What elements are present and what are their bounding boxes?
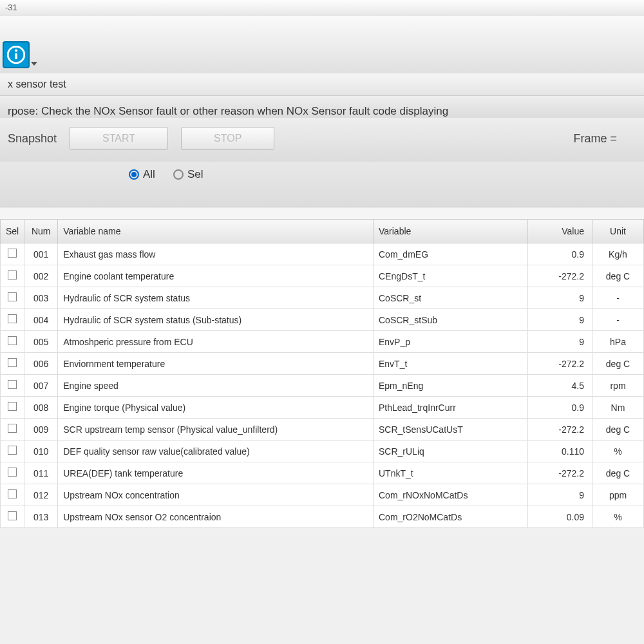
row-checkbox[interactable] (8, 489, 17, 498)
cell-variable: Com_rNOxNoMCatDs (374, 484, 528, 506)
table-row[interactable]: 002Engine coolant temperatureCEngDsT_t-2… (1, 265, 644, 287)
cell-num: 001 (24, 243, 58, 265)
radio-sel[interactable]: Sel (173, 168, 204, 181)
cell-value: -272.2 (528, 419, 592, 440)
cell-num: 003 (24, 287, 58, 309)
cell-num: 002 (24, 265, 58, 287)
cell-variable: Com_dmEG (374, 243, 528, 265)
cell-varname: DEF quality sensor raw value(calibrated … (58, 440, 374, 462)
info-button[interactable] (3, 41, 30, 68)
cell-num: 004 (24, 309, 58, 331)
table-row[interactable]: 005Atmoshperic pressure from ECUEnvP_p9h… (1, 331, 644, 353)
cell-unit: deg C (592, 353, 644, 375)
cell-value: -272.2 (528, 353, 592, 375)
table-row[interactable]: 006Enviornment temperatureEnvT_t-272.2de… (1, 353, 644, 375)
cell-value: 0.9 (528, 243, 592, 265)
cell-variable: CoSCR_st (374, 287, 528, 309)
cell-unit: % (592, 506, 644, 528)
cell-value: 4.5 (528, 375, 592, 397)
cell-variable: EnvP_p (374, 331, 528, 353)
row-checkbox[interactable] (8, 358, 17, 367)
table-row[interactable]: 010DEF quality sensor raw value(calibrat… (1, 440, 644, 462)
cell-num: 011 (24, 462, 58, 484)
start-button[interactable]: START (70, 127, 168, 150)
cell-value: 0.09 (528, 506, 592, 528)
cell-unit: - (592, 309, 644, 331)
cell-unit: rpm (592, 375, 644, 397)
cell-variable: SCR_rULiq (374, 440, 528, 462)
radio-icon (129, 169, 139, 180)
cell-varname: Engine coolant temperature (58, 265, 374, 287)
table-row[interactable]: 009SCR upstream temp sensor (Physical va… (1, 419, 644, 440)
row-checkbox[interactable] (8, 424, 17, 433)
cell-varname: Engine torque (Physical value) (58, 397, 374, 419)
col-header-variable[interactable]: Variable (374, 220, 528, 243)
table-row[interactable]: 011UREA(DEF) tank temperatureUTnkT_t-272… (1, 462, 644, 484)
table-row[interactable]: 013Upstream NOx sensor O2 concentraionCo… (1, 506, 644, 528)
col-header-unit[interactable]: Unit (592, 220, 644, 243)
cell-value: 0.9 (528, 397, 592, 419)
title-text: -31 (5, 3, 17, 12)
row-checkbox[interactable] (8, 402, 17, 411)
row-checkbox[interactable] (8, 446, 17, 455)
cell-variable: SCR_tSensUCatUsT (374, 419, 528, 440)
row-checkbox[interactable] (8, 314, 17, 323)
table-row[interactable]: 008Engine torque (Physical value)PthLead… (1, 397, 644, 419)
col-header-sel[interactable]: Sel (1, 220, 24, 243)
data-table: Sel Num Variable name Variable Value Uni… (0, 219, 644, 528)
data-table-container: Sel Num Variable name Variable Value Uni… (0, 219, 644, 528)
cell-value: -272.2 (528, 462, 592, 484)
cell-unit: deg C (592, 419, 644, 440)
cell-varname: Hydraulic of SCR system status (Sub-stat… (58, 309, 374, 331)
row-checkbox[interactable] (8, 468, 17, 477)
cell-num: 005 (24, 331, 58, 353)
cell-varname: Enviornment temperature (58, 353, 374, 375)
row-checkbox[interactable] (8, 270, 17, 279)
controls-row: Snapshot START STOP Frame = (0, 118, 644, 162)
table-row[interactable]: 001Exhaust gas mass flowCom_dmEG0.9Kg/h (1, 243, 644, 265)
cell-unit: ppm (592, 484, 644, 506)
cell-varname: SCR upstream temp sensor (Physical value… (58, 419, 374, 440)
cell-varname: Upstream NOx sensor O2 concentraion (58, 506, 374, 528)
cell-num: 008 (24, 397, 58, 419)
cell-num: 009 (24, 419, 58, 440)
row-checkbox[interactable] (8, 380, 17, 389)
cell-value: 9 (528, 484, 592, 506)
frame-label: Frame = (573, 132, 617, 146)
cell-unit: deg C (592, 265, 644, 287)
col-header-value[interactable]: Value (528, 220, 592, 243)
cell-num: 013 (24, 506, 58, 528)
col-header-num[interactable]: Num (24, 220, 58, 243)
filter-radio-group: All Sel (0, 162, 644, 207)
dropdown-icon[interactable] (31, 62, 37, 66)
cell-value: 9 (528, 287, 592, 309)
table-row[interactable]: 003Hydraulic of SCR system statusCoSCR_s… (1, 287, 644, 309)
table-row[interactable]: 012Upstream NOx concentrationCom_rNOxNoM… (1, 484, 644, 506)
cell-num: 012 (24, 484, 58, 506)
col-header-varname[interactable]: Variable name (58, 220, 374, 243)
cell-variable: Com_rO2NoMCatDs (374, 506, 528, 528)
cell-variable: UTnkT_t (374, 462, 528, 484)
cell-value: 9 (528, 331, 592, 353)
cell-variable: EnvT_t (374, 353, 528, 375)
radio-all[interactable]: All (129, 168, 155, 181)
svg-point-1 (15, 49, 17, 52)
row-checkbox[interactable] (8, 336, 17, 345)
row-checkbox[interactable] (8, 292, 17, 301)
cell-num: 007 (24, 375, 58, 397)
purpose-text: rpose: Check the NOx Sensor fault or oth… (0, 96, 644, 118)
snapshot-label: Snapshot (8, 132, 57, 146)
cell-value: 9 (528, 309, 592, 331)
cell-variable: PthLead_trqInrCurr (374, 397, 528, 419)
row-checkbox[interactable] (8, 511, 17, 520)
stop-button[interactable]: STOP (181, 127, 274, 150)
section-title: x sensor test (0, 73, 644, 96)
svg-rect-2 (15, 53, 17, 59)
cell-variable: Epm_nEng (374, 375, 528, 397)
table-row[interactable]: 007Engine speedEpm_nEng4.5rpm (1, 375, 644, 397)
table-row[interactable]: 004Hydraulic of SCR system status (Sub-s… (1, 309, 644, 331)
window-titlebar: -31 (0, 0, 644, 15)
cell-varname: UREA(DEF) tank temperature (58, 462, 374, 484)
cell-num: 010 (24, 440, 58, 462)
row-checkbox[interactable] (8, 249, 17, 258)
